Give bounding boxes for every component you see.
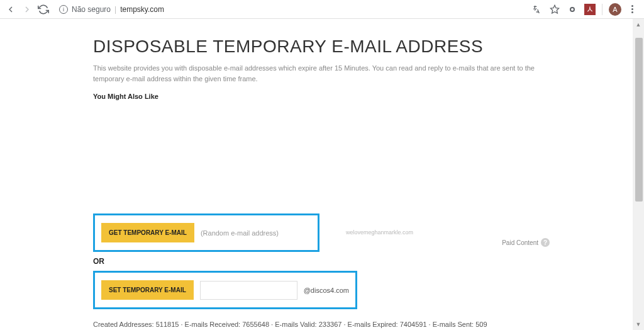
- get-temporary-email-button[interactable]: GET TEMPORARY E-MAIL: [101, 223, 194, 242]
- page-content: DISPOSABLE TEMPORARY E-MAIL ADDRESS This…: [0, 19, 644, 330]
- info-icon: i: [59, 5, 68, 14]
- browser-actions: 人 A: [531, 3, 639, 16]
- stats-line: Created Addresses: 511815 · E-mails Rece…: [93, 321, 540, 328]
- avatar[interactable]: A: [609, 3, 621, 16]
- question-icon[interactable]: ?: [541, 238, 550, 247]
- paid-content-label: Paid Content ?: [502, 238, 550, 247]
- address-bar[interactable]: i Não seguro | tempsky.com: [54, 1, 526, 18]
- scrollbar-thumb[interactable]: [635, 38, 643, 202]
- scroll-down-arrow[interactable]: ▼: [633, 319, 644, 330]
- email-input[interactable]: [200, 281, 297, 300]
- pdf-extension-icon[interactable]: 人: [584, 4, 596, 15]
- or-label: OR: [93, 257, 540, 266]
- ad-caption: welovemeghanmarkle.com: [346, 229, 413, 236]
- get-hint: (Random e-mail address): [201, 229, 279, 237]
- page-description: This website provides you with disposabl…: [93, 63, 540, 84]
- set-temporary-email-button[interactable]: SET TEMPORARY E-MAIL: [101, 280, 194, 300]
- translate-icon[interactable]: [531, 4, 543, 15]
- star-icon[interactable]: [549, 4, 560, 15]
- back-button[interactable]: [5, 4, 16, 15]
- page-title: DISPOSABLE TEMPORARY E-MAIL ADDRESS: [93, 37, 540, 57]
- svg-marker-0: [550, 5, 558, 13]
- svg-point-2: [571, 8, 574, 11]
- scrollbar[interactable]: ▲ ▼: [633, 19, 644, 330]
- address-separator: |: [114, 5, 116, 14]
- browser-toolbar: i Não seguro | tempsky.com 人 A: [0, 0, 644, 19]
- extension-icon[interactable]: [567, 4, 578, 15]
- you-might-also-like: You Might Also Like: [93, 93, 540, 100]
- menu-button[interactable]: [628, 5, 636, 13]
- domain-suffix: @discos4.com: [304, 287, 349, 294]
- reload-button[interactable]: [38, 4, 49, 15]
- scroll-up-arrow[interactable]: ▲: [633, 19, 644, 30]
- toolbar-divider: [602, 4, 602, 15]
- set-email-box: SET TEMPORARY E-MAIL @discos4.com: [93, 271, 357, 309]
- get-email-box: GET TEMPORARY E-MAIL (Random e-mail addr…: [93, 213, 319, 252]
- security-label: Não seguro: [72, 5, 111, 14]
- forward-button[interactable]: [21, 4, 33, 15]
- url-text: tempsky.com: [120, 5, 164, 14]
